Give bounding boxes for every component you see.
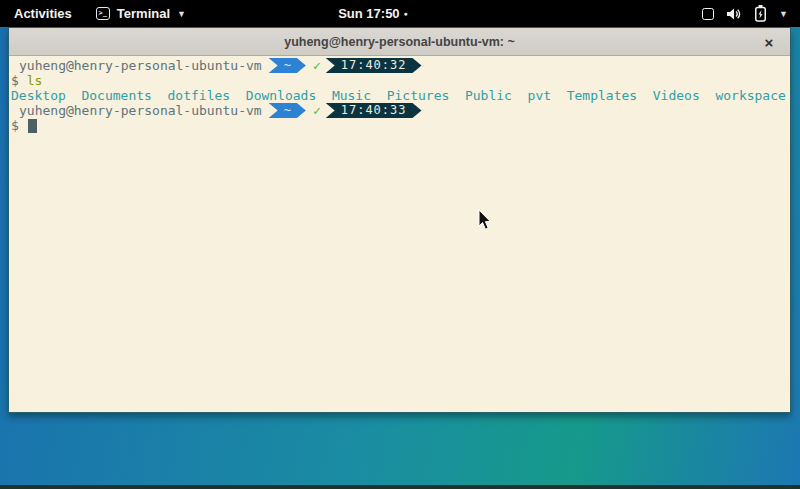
prompt-path-segment: ~ [269, 58, 306, 73]
text-cursor [28, 119, 37, 133]
ls-output-line: Desktop Documents dotfiles Downloads Mus… [11, 88, 790, 103]
chevron-down-icon: ▼ [177, 9, 186, 19]
mouse-pointer-icon [478, 210, 492, 231]
volume-icon [727, 7, 742, 21]
input-line[interactable]: $ [11, 118, 790, 133]
notification-dot-icon: ● [404, 10, 408, 17]
prompt-time-segment: 17:40:32 [326, 58, 422, 73]
clock-button[interactable]: Sun 17:50 ● [338, 0, 408, 27]
prompt-line-1: yuheng@henry-personal-ubuntu-vm ~ ✓ 17:4… [11, 58, 790, 73]
app-menu-label: Terminal [117, 6, 170, 21]
clock-label: Sun 17:50 [338, 6, 399, 21]
app-menu[interactable]: >_ Terminal ▼ [86, 0, 196, 27]
command-text: ls [27, 73, 43, 88]
desktop-bottom-edge [0, 485, 800, 489]
command-line: $ ls [11, 73, 790, 88]
terminal-content[interactable]: yuheng@henry-personal-ubuntu-vm ~ ✓ 17:4… [9, 56, 790, 412]
prompt-time-segment: 17:40:33 [326, 103, 422, 118]
battery-charging-icon [755, 5, 766, 22]
prompt-check-icon: ✓ [313, 103, 321, 118]
prompt-line-2: yuheng@henry-personal-ubuntu-vm ~ ✓ 17:4… [11, 103, 790, 118]
prompt-symbol: $ [11, 73, 19, 88]
prompt-user-host: yuheng@henry-personal-ubuntu-vm [19, 103, 262, 118]
top-bar: Activities >_ Terminal ▼ Sun 17:50 ● ▼ [0, 0, 800, 27]
terminal-icon: >_ [96, 7, 110, 20]
prompt-path-segment: ~ [269, 103, 306, 118]
activities-button[interactable]: Activities [0, 0, 86, 27]
window-titlebar[interactable]: yuheng@henry-personal-ubuntu-vm: ~ × [9, 28, 790, 56]
system-status-area[interactable]: ▼ [702, 0, 800, 27]
chevron-down-icon: ▼ [779, 9, 788, 19]
prompt-symbol: $ [11, 118, 19, 133]
close-button[interactable]: × [758, 31, 780, 53]
prompt-check-icon: ✓ [313, 58, 321, 73]
window-title: yuheng@henry-personal-ubuntu-vm: ~ [284, 35, 515, 49]
prompt-user-host: yuheng@henry-personal-ubuntu-vm [19, 58, 262, 73]
terminal-window: yuheng@henry-personal-ubuntu-vm: ~ × yuh… [8, 27, 791, 413]
display-icon [702, 8, 714, 20]
